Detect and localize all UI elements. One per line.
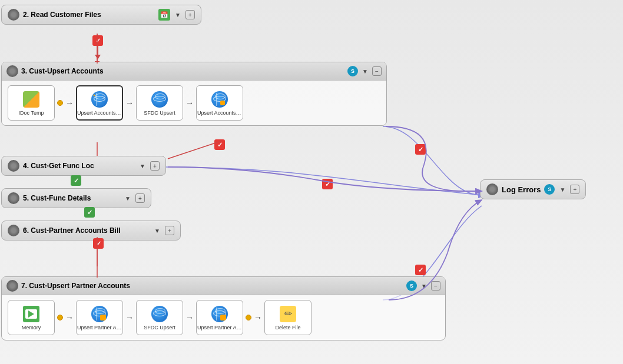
group-title-g1: 2. Read Customer Files [23, 11, 155, 19]
flag-g1-g3 [92, 35, 103, 46]
arrow-1: → [65, 98, 74, 108]
collapse-btn-g3[interactable]: − [372, 66, 382, 76]
expand-btn-g6[interactable]: + [165, 226, 174, 235]
sfdc-badge-g7: S [406, 280, 417, 291]
expand-btn-g4[interactable]: + [150, 161, 160, 171]
flag-icon-g6 [93, 238, 104, 249]
node-upsert-partner-1[interactable]: Upsert Partner Acc... [76, 300, 123, 335]
node-idoc-temp[interactable]: IDoc Temp [8, 85, 55, 121]
node-label-upsert-partner1: Upsert Partner Acc... [77, 325, 122, 331]
group-cust-func-details: 5. Cust-Func Details ▼ + [1, 188, 151, 208]
node-upsert-partner-2[interactable]: Upsert Partner Acc... [196, 300, 243, 335]
arrow-2: → [125, 98, 134, 108]
gear-icon-g5 [8, 192, 19, 204]
collapse-btn-g7[interactable]: − [431, 281, 440, 290]
dropdown-btn-log[interactable]: ▼ [558, 186, 566, 193]
node-delete-file[interactable]: ✏ Delete File [264, 300, 312, 335]
group-header-g3: 3. Cust-Upsert Accounts S ▼ − [2, 62, 386, 81]
group-read-customer-files: 2. Read Customer Files 📅 ▼ + [1, 5, 201, 25]
node-label-sfdc7: SFDC Upsert [144, 325, 175, 331]
flag-mid-g4 [322, 179, 333, 189]
connector-dot-1 [57, 100, 63, 106]
dropdown-btn-g4[interactable]: ▼ [138, 163, 147, 169]
group-title-g5: 5. Cust-Func Details [23, 194, 120, 202]
gear-icon-g4 [8, 160, 19, 172]
node-memory[interactable]: Memory [8, 300, 55, 335]
dropdown-btn-g3[interactable]: ▼ [361, 68, 369, 75]
sfdc-badge-g3: S [347, 66, 358, 76]
arrow-7a: → [65, 313, 74, 322]
canvas: 2. Read Customer Files 📅 ▼ + 3. Cust-Ups… [0, 0, 623, 364]
gear-icon-g7 [6, 280, 18, 292]
group-title-log: Log Errors [502, 185, 541, 194]
calendar-icon[interactable]: 📅 [158, 9, 170, 21]
group-title-g4: 4. Cust-Get Func Loc [23, 162, 135, 170]
node-sfdc-upsert-7[interactable]: SFDC Upsert [136, 300, 183, 335]
flag-g3-right [415, 144, 426, 155]
group-title-g3: 3. Cust-Upsert Accounts [21, 67, 344, 75]
gear-icon-g3 [6, 65, 18, 77]
group-title-g7: 7. Cust-Upsert Partner Accounts [21, 282, 403, 290]
check-icon-g5: ✓ [84, 207, 95, 218]
green-check-g5: ✓ [84, 207, 95, 218]
node-upsert-accounts-1[interactable]: Upsert Accounts Re... [76, 85, 123, 121]
group-cust-partner-accounts-bill: 6. Cust-Partner Accounts Bill ▼ + [1, 221, 181, 241]
node-label-sfdc1: SFDC Upsert [144, 110, 175, 116]
node-sfdc-upsert-1[interactable]: SFDC Upsert [136, 85, 183, 121]
arrow-7d: → [254, 313, 262, 322]
group-header-g7: 7. Cust-Upsert Partner Accounts S ▼ − [2, 277, 445, 295]
flow-row-g7: Memory → Upsert Partner Acc... → [2, 295, 445, 340]
expand-btn-g1[interactable]: + [185, 10, 195, 19]
gear-icon-log [486, 183, 498, 195]
flag-icon-g7r [415, 265, 426, 275]
arrow-3: → [185, 98, 194, 108]
sfdc-badge-log: S [544, 184, 555, 195]
node-label-idoc: IDoc Temp [19, 110, 44, 116]
group-title-g6: 6. Cust-Partner Accounts Bill [23, 226, 150, 235]
connector-dot-7b [246, 315, 251, 320]
flow-row-g3: IDoc Temp → Upsert Accounts Re... → [2, 81, 386, 125]
gear-icon-g1 [8, 9, 19, 21]
dropdown-btn-g7[interactable]: ▼ [420, 283, 428, 289]
dropdown-btn-g6[interactable]: ▼ [153, 228, 161, 234]
gear-icon-g6 [8, 225, 19, 236]
node-label-memory: Memory [22, 325, 41, 331]
flag-icon-g3r [415, 144, 426, 155]
dropdown-btn-g5[interactable]: ▼ [124, 195, 132, 202]
expand-btn-log[interactable]: + [570, 185, 579, 194]
group-cust-upsert-accounts: 3. Cust-Upsert Accounts S ▼ − IDoc Temp … [1, 62, 387, 126]
arrow-7b: → [125, 313, 134, 322]
group-cust-upsert-partner-accounts: 7. Cust-Upsert Partner Accounts S ▼ − Me… [1, 276, 446, 340]
connector-dot-7a [57, 315, 63, 320]
flag-g6-down [93, 238, 104, 249]
group-log-errors: Log Errors S ▼ + [480, 179, 586, 199]
node-label-upsert2: Upsert Accounts Re... [197, 110, 242, 116]
node-label-delete: Delete File [275, 325, 300, 331]
flag-icon-mid [322, 179, 333, 189]
flag-icon-g3l [214, 139, 225, 150]
group-cust-get-func-loc: 4. Cust-Get Func Loc ▼ + [1, 156, 166, 176]
node-upsert-accounts-2[interactable]: Upsert Accounts Re... [196, 85, 243, 121]
dropdown-btn-g1[interactable]: ▼ [174, 12, 182, 18]
arrow-7c: → [185, 313, 194, 322]
node-label-upsert-partner2: Upsert Partner Acc... [197, 325, 242, 331]
check-icon-g4: ✓ [71, 175, 81, 186]
green-check-g4: ✓ [71, 175, 81, 186]
flag-g3-left [214, 139, 225, 150]
flag-connector-g1-g3 [92, 35, 103, 59]
flag-g7-right [415, 265, 426, 275]
node-label-upsert1: Upsert Accounts Re... [77, 110, 122, 116]
expand-btn-g5[interactable]: + [135, 193, 145, 203]
svg-line-4 [168, 141, 221, 159]
